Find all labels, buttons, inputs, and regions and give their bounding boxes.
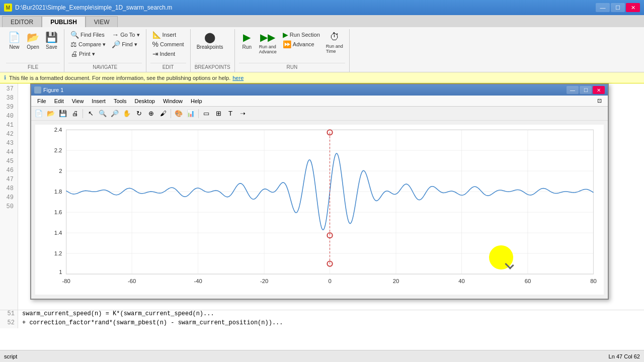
line-num-40: 40 [2,113,16,122]
ribbon-group-breakpoints: ⬤Breakpoints BREAKPOINTS [191,29,235,72]
figure-minimize-button[interactable]: — [567,86,579,94]
window-title: D:\Bur2021\Simple_Exemple\simple_1D_swar… [15,4,596,11]
line-num-37: 37 [2,85,16,95]
maximize-button[interactable]: ☐ [611,3,625,12]
svg-text:1: 1 [59,269,62,275]
fig-tool-new[interactable]: 📄 [33,108,44,119]
code-line-51: 51 swarm_current_speed(n) = K*(swarm_cur… [0,310,644,319]
line-num-42: 42 [2,131,16,140]
fig-tool-rect[interactable]: ▭ [201,108,212,119]
svg-text:60: 60 [525,278,531,284]
figure-close-button[interactable]: ✕ [593,86,605,94]
breakpoints-button[interactable]: ⬤Breakpoints [195,30,225,51]
figure-menu-edit[interactable]: Edit [50,97,68,105]
fig-tool-colormap[interactable]: 🎨 [173,108,184,119]
fig-tool-arrow[interactable]: ↖ [85,108,96,119]
figure-titlebar: Figure 1 — ☐ ✕ [31,84,608,96]
compare-button[interactable]: ⚖Compare ▾ [68,40,108,49]
svg-text:-80: -80 [62,278,70,284]
figure-maximize-button[interactable]: ☐ [580,86,592,94]
fig-tool-zoom-out[interactable]: 🔎 [109,108,120,119]
advance-button[interactable]: ⏩Advance [281,40,322,49]
ribbon-group-navigate: 🔍Find Files ⚖Compare ▾ 🖨Print ▾ →Go To ▾… [64,29,146,72]
indent-button[interactable]: ⇥Indent [150,49,186,58]
fig-tool-brush[interactable]: 🖌 [157,108,169,119]
ribbon: 📄New 📂Open 💾Save FILE 🔍Find Files ⚖Compa… [0,27,644,72]
app-icon: M [4,4,12,12]
figure-title: Figure 1 [43,87,567,93]
fig-tool-text[interactable]: T [225,108,236,119]
minimize-button[interactable]: — [596,3,610,12]
fig-tool-open[interactable]: 📂 [45,108,56,119]
insert-button[interactable]: 📐Insert [150,30,186,39]
tab-view[interactable]: VIEW [86,16,118,27]
svg-text:-60: -60 [128,278,136,284]
find-button[interactable]: 🔎Find ▾ [110,40,141,49]
figure-menu-help[interactable]: Help [187,97,206,105]
svg-text:2.2: 2.2 [54,147,62,153]
run-and-advance-button[interactable]: ▶▶Run andAdvance [257,30,279,55]
window-controls: — ☐ ✕ [596,3,640,12]
figure-plot-area: 2.4 2.2 2 1.8 1.6 1.4 1.2 1 [35,125,604,295]
svg-text:1.2: 1.2 [54,250,62,256]
edit-group-label: EDIT [150,63,186,71]
tab-editor[interactable]: EDITOR [2,16,42,27]
figure-menu-tools[interactable]: Tools [110,97,131,105]
fig-tool-datacursor[interactable]: ⊕ [145,108,156,119]
print-button[interactable]: 🖨Print ▾ [68,49,108,58]
svg-text:-20: -20 [260,278,268,284]
find-files-button[interactable]: 🔍Find Files [68,30,108,39]
fig-tool-axes[interactable]: ⊞ [213,108,224,119]
info-text: This file is a formatted document. For m… [9,75,230,81]
ribbon-group-file: 📄New 📂Open 💾Save FILE [2,29,64,72]
tab-publish[interactable]: PUBLISH [42,16,86,27]
info-link[interactable]: here [232,75,244,81]
fig-tool-rotate[interactable]: ↻ [133,108,144,119]
fig-tool-print[interactable]: 🖨 [69,108,80,119]
svg-text:1.6: 1.6 [54,209,62,215]
line-num-50: 50 [2,203,16,212]
line-num-44: 44 [2,149,16,158]
figure-dock-button[interactable]: ⊡ [593,97,606,105]
figure-menu-file[interactable]: File [33,97,50,105]
comment-button[interactable]: %Comment [150,40,186,49]
figure-menu-view[interactable]: View [68,97,88,105]
line-number-51: 51 [0,310,18,319]
figure-menu-window[interactable]: Window [159,97,187,105]
plot-svg: 2.4 2.2 2 1.8 1.6 1.4 1.2 1 [35,125,604,295]
figure-window: Figure 1 — ☐ ✕ File Edit View Insert Too… [30,83,609,300]
breakpoints-group-label: BREAKPOINTS [195,63,230,71]
yellow-cursor[interactable] [489,245,513,269]
tab-bar: EDITOR PUBLISH VIEW [0,15,644,27]
svg-text:80: 80 [590,278,597,284]
file-group-label: FILE [6,63,60,71]
line-num-38: 38 [2,95,16,104]
run-button[interactable]: ▶Run [239,30,255,51]
line-num-46: 46 [2,167,16,176]
svg-text:0: 0 [328,278,331,284]
open-button[interactable]: 📂Open [25,30,41,51]
svg-text:-40: -40 [194,278,202,284]
svg-text:1.4: 1.4 [54,230,62,236]
code-area: 51 swarm_current_speed(n) = K*(swarm_cur… [0,310,644,350]
fig-tool-arrow2[interactable]: ➝ [237,108,248,119]
fig-tool-zoom-in[interactable]: 🔍 [97,108,108,119]
goto-button[interactable]: →Go To ▾ [110,30,141,39]
figure-menu-desktop[interactable]: Desktop [131,97,159,105]
line-num-49: 49 [2,194,16,203]
fig-tool-save[interactable]: 💾 [57,108,68,119]
run-section-button[interactable]: ▶Run Section [281,30,322,39]
fig-tool-legend[interactable]: 📊 [185,108,196,119]
close-button[interactable]: ✕ [626,3,640,12]
run-and-time-button[interactable]: ⏱Run andTime [324,30,345,55]
title-bar: M D:\Bur2021\Simple_Exemple\simple_1D_sw… [0,0,644,15]
fig-tool-pan[interactable]: ✋ [121,108,132,119]
svg-text:40: 40 [458,278,465,284]
line-num-41: 41 [2,122,16,131]
navigate-group-label: NAVIGATE [68,63,142,71]
figure-menu-insert[interactable]: Insert [88,97,110,105]
status-script: script [4,353,17,359]
line-num-39: 39 [2,104,16,113]
save-button[interactable]: 💾Save [43,30,60,51]
new-button[interactable]: 📄New [6,30,23,51]
